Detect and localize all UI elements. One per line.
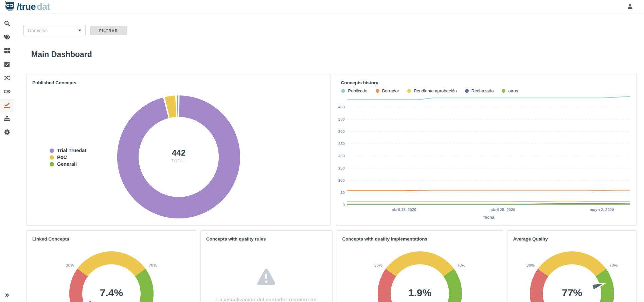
svg-text:50: 50 [341,191,345,195]
svg-text:0: 0 [343,203,345,207]
published-concepts-card: Published Concepts Trial TruedatPoCGener… [26,74,330,226]
legend-dot-icon [376,89,379,93]
legend-item: Publicado [341,88,367,93]
legend-dot-icon [50,148,54,153]
sidebar-item-structure[interactable] [0,112,14,126]
svg-text:77%: 77% [562,287,582,298]
sitemap-icon [4,116,10,123]
chart-line-icon [4,102,10,109]
legend-dot-icon [465,89,469,93]
sidebar-item-catalog[interactable] [0,45,14,58]
shuffle-icon [4,75,11,82]
gear-icon [4,129,10,137]
legend-label: otros [508,88,518,93]
svg-text:400: 400 [338,105,345,109]
concepts-history-line-chart: 050100150200250300350400abril 18, 2020ab… [335,93,634,224]
svg-text:300: 300 [338,129,345,134]
sidebar-item-settings[interactable] [0,126,14,140]
user-menu-button[interactable] [626,3,634,11]
search-icon [4,20,10,28]
svg-text:100: 100 [338,178,345,182]
main-content: Dominios FILTRAR Main Dashboard Publishe… [14,14,644,302]
legend-label: Trial Truedat [57,148,86,153]
quality-rules-card: Concepts with quality rules La visualiza… [200,230,333,302]
grid-icon [4,48,10,55]
svg-text:1.9%: 1.9% [408,287,431,298]
legend-dot-icon [50,162,54,166]
legend-item: Generali [50,161,86,167]
average-quality-card: Average Quality 30%70%77% [507,230,637,302]
legend-dot-icon [502,89,505,93]
svg-text:7.4%: 7.4% [100,287,123,298]
user-icon [627,5,633,11]
svg-text:200: 200 [338,154,345,158]
legend-label: PoC [57,155,67,160]
legend-item: Rechazado [465,88,494,93]
warning-triangle-icon [256,282,276,287]
card-title: Concepts with quality implementations [337,231,503,242]
warning-message: La visualización del contador requiere u… [201,297,332,302]
svg-text:70%: 70% [609,263,618,268]
svg-text:150: 150 [338,166,345,170]
legend-label: Generali [57,161,77,167]
truedat-logo: /truedat [4,1,50,13]
svg-text:30%: 30% [374,263,382,268]
concepts-history-card: Concepts history PublicadoBorradorPendie… [335,74,637,226]
page-title: Main Dashboard [31,50,637,59]
server-icon [4,88,11,96]
logo-text-primary: /true [17,2,36,12]
average-quality-gauge-chart: 30%70%77% [521,241,623,302]
sidebar-item-quality[interactable] [0,58,14,72]
svg-text:250: 250 [338,142,345,146]
legend-label: Rechazado [471,88,494,93]
quality-implementations-gauge-chart: 30%70%1.9% [369,241,471,302]
legend-label: Pendiente aprobación [414,88,457,93]
card-title: Average Quality [507,231,636,242]
svg-text:abril 25, 2020: abril 25, 2020 [491,208,515,212]
card-title: Published Concepts [27,74,330,85]
svg-text:TOTAL: TOTAL [171,159,186,163]
linked-concepts-card: Linked Concepts 30%70%7.4% [26,230,196,302]
svg-text:350: 350 [338,117,345,121]
legend-label: Publicado [348,88,367,93]
svg-text:70%: 70% [457,263,465,268]
sidebar-item-taxonomy[interactable] [0,31,14,45]
legend-item: Borrador [376,88,399,93]
tags-icon [4,34,11,42]
legend-item: Pendiente aprobación [407,88,457,93]
sidebar-item-dashboards[interactable] [0,99,14,112]
history-legend: PublicadoBorradorPendiente aprobaciónRec… [335,85,636,93]
sidebar-expand-button[interactable]: » [0,290,14,302]
legend-item: Trial Truedat [50,148,86,153]
svg-text:30%: 30% [526,263,535,268]
app-header: /truedat [0,0,644,14]
quality-implementations-card: Concepts with quality implementations 30… [337,230,503,302]
domain-select[interactable]: Dominios [23,25,86,36]
svg-text:442: 442 [172,148,185,157]
domain-select-placeholder: Dominios [28,28,48,33]
sidebar-item-data-sources[interactable] [0,85,14,99]
card-title: Concepts with quality rules [201,231,332,242]
sidebar: » [0,14,14,302]
legend-dot-icon [407,89,411,93]
legend-item: PoC [50,155,86,160]
sidebar-item-search[interactable] [0,17,14,31]
svg-text:fecha: fecha [483,215,495,220]
svg-text:abril 18, 2020: abril 18, 2020 [392,208,416,212]
filter-button[interactable]: FILTRAR [90,26,127,35]
linked-concepts-gauge-chart: 30%70%7.4% [60,241,162,302]
legend-dot-icon [50,155,54,160]
owl-logo-icon [4,1,16,13]
published-concepts-donut-chart: 442TOTAL [114,92,243,221]
sidebar-item-lineage[interactable] [0,72,14,85]
counter-warning: La visualización del contador requiere u… [201,267,332,302]
donut-legend: Trial TruedatPoCGenerali [50,148,86,168]
chevron-down-icon [78,30,81,31]
card-title: Linked Concepts [27,231,196,242]
legend-item: otros [502,88,518,93]
svg-text:70%: 70% [149,263,157,268]
legend-dot-icon [341,89,345,93]
check-square-icon [4,61,10,69]
filter-bar: Dominios FILTRAR [23,25,637,36]
logo-text-secondary: dat [37,2,50,12]
